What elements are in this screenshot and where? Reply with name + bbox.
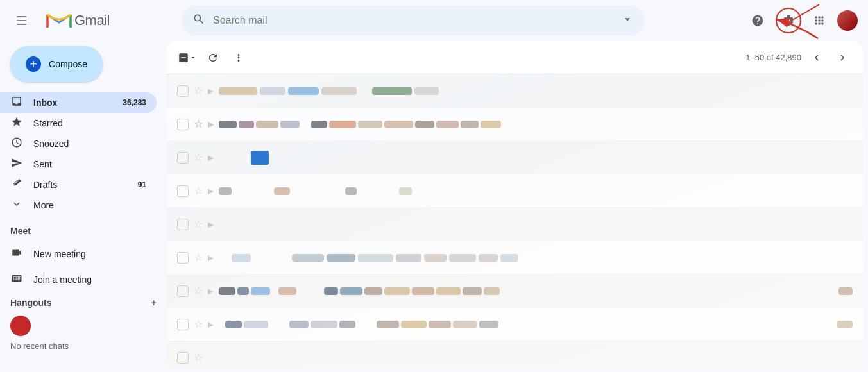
- compose-plus-icon: +: [26, 56, 41, 72]
- row-checkbox[interactable]: [177, 252, 189, 264]
- row-checkbox[interactable]: [177, 185, 189, 197]
- row-checkbox[interactable]: [177, 285, 189, 297]
- more-options-button[interactable]: [228, 47, 249, 68]
- inbox-label: Inbox: [33, 97, 112, 108]
- compose-label: Compose: [49, 59, 87, 69]
- row-checkbox[interactable]: [177, 319, 189, 330]
- table-row[interactable]: ☆ ▶: [167, 174, 863, 208]
- sidebar-item-drafts[interactable]: Drafts 91: [0, 174, 157, 195]
- help-button[interactable]: [745, 8, 770, 33]
- next-page-button[interactable]: [832, 47, 853, 68]
- search-input[interactable]: [213, 15, 613, 26]
- video-icon: [10, 247, 23, 262]
- sidebar-item-join-meeting[interactable]: Join a meeting: [0, 267, 167, 292]
- no-recent-chats: No recent chats: [0, 339, 167, 353]
- important-icon: ▶: [208, 220, 214, 229]
- header: Gmail: [0, 0, 868, 41]
- menu-button[interactable]: [10, 8, 36, 33]
- starred-label: Starred: [33, 118, 146, 128]
- table-row[interactable]: ☆: [167, 341, 863, 367]
- meet-section-header: Meet: [0, 221, 167, 241]
- table-row[interactable]: ☆ ▶: [167, 241, 863, 275]
- header-right: [745, 8, 858, 33]
- important-icon: ▶: [208, 253, 214, 262]
- table-row[interactable]: ☆ ▶: [167, 275, 863, 308]
- email-list: ☆ ▶ ☆ ▶: [167, 74, 863, 367]
- refresh-button[interactable]: [203, 47, 223, 68]
- sidebar-item-sent[interactable]: Sent: [0, 154, 157, 174]
- gmail-logo: Gmail: [46, 11, 110, 30]
- more-label: More: [33, 200, 146, 210]
- starred-icon: [10, 116, 23, 131]
- sent-icon: [10, 157, 23, 172]
- pagination-text: 1–50 of 42,890: [745, 53, 801, 62]
- hangouts-avatar: [10, 316, 31, 336]
- star-icon[interactable]: ☆: [194, 218, 203, 230]
- more-chevron-icon: [10, 198, 23, 213]
- email-toolbar: 1–50 of 42,890: [167, 41, 863, 74]
- important-icon: ▶: [208, 153, 214, 162]
- apps-button[interactable]: [806, 8, 832, 33]
- inbox-badge: 36,283: [123, 98, 146, 107]
- row-checkbox[interactable]: [177, 85, 189, 97]
- snoozed-icon: [10, 137, 23, 151]
- sidebar-item-starred[interactable]: Starred: [0, 113, 157, 133]
- drafts-icon: [10, 178, 23, 192]
- pagination: 1–50 of 42,890: [745, 47, 853, 68]
- star-icon[interactable]: ☆: [194, 251, 203, 264]
- add-hangout-button[interactable]: +: [151, 298, 157, 308]
- star-icon[interactable]: ☆: [194, 285, 203, 297]
- row-checkbox[interactable]: [177, 352, 189, 364]
- gmail-label: Gmail: [74, 12, 110, 29]
- sent-label: Sent: [33, 159, 146, 169]
- row-checkbox[interactable]: [177, 219, 189, 230]
- settings-button[interactable]: [776, 8, 801, 33]
- important-icon: ▶: [208, 120, 214, 129]
- row-checkbox[interactable]: [177, 152, 189, 164]
- table-row[interactable]: ☆ ▶: [167, 208, 863, 241]
- svg-rect-1: [17, 20, 26, 21]
- star-icon[interactable]: ☆: [194, 351, 203, 364]
- star-icon[interactable]: ☆: [194, 151, 203, 164]
- svg-rect-0: [17, 16, 26, 17]
- important-icon: ▶: [208, 187, 214, 196]
- star-icon[interactable]: ☆: [194, 185, 203, 197]
- new-meeting-label: New meeting: [33, 249, 157, 259]
- sidebar-item-inbox[interactable]: Inbox 36,283: [0, 92, 157, 113]
- hangouts-section-header: Hangouts +: [0, 292, 167, 313]
- keyboard-icon: [10, 273, 23, 287]
- table-row[interactable]: ☆ ▶: [167, 308, 863, 341]
- search-icon: [192, 13, 205, 28]
- table-row[interactable]: ☆ ▶: [167, 141, 863, 174]
- inbox-icon: [10, 96, 23, 110]
- snoozed-label: Snoozed: [33, 139, 146, 149]
- account-avatar[interactable]: [837, 10, 858, 31]
- main-layout: + Compose Inbox 36,283 Starred Snoozed: [0, 41, 868, 372]
- star-icon[interactable]: ☆: [194, 118, 203, 130]
- star-icon[interactable]: ☆: [194, 85, 203, 97]
- prev-page-button[interactable]: [806, 47, 827, 68]
- sidebar-item-snoozed[interactable]: Snoozed: [0, 133, 157, 154]
- svg-rect-2: [17, 24, 26, 25]
- table-row[interactable]: ☆ ▶: [167, 74, 863, 108]
- drafts-badge: 91: [138, 180, 146, 189]
- header-left: Gmail: [10, 8, 177, 33]
- important-icon: ▶: [208, 87, 214, 96]
- search-dropdown-button[interactable]: [621, 13, 634, 28]
- select-all-button[interactable]: [177, 47, 198, 68]
- sidebar: + Compose Inbox 36,283 Starred Snoozed: [0, 41, 167, 372]
- email-area: 1–50 of 42,890 ☆ ▶: [167, 41, 863, 367]
- join-meeting-label: Join a meeting: [33, 275, 157, 285]
- sidebar-item-new-meeting[interactable]: New meeting: [0, 241, 167, 267]
- search-bar[interactable]: [182, 6, 644, 35]
- drafts-label: Drafts: [33, 180, 128, 190]
- row-checkbox[interactable]: [177, 119, 189, 130]
- compose-button[interactable]: + Compose: [10, 46, 103, 82]
- hangouts-label: Hangouts: [10, 298, 52, 308]
- table-row[interactable]: ☆ ▶: [167, 108, 863, 141]
- important-icon: ▶: [208, 320, 214, 329]
- star-icon[interactable]: ☆: [194, 318, 203, 330]
- sidebar-item-more[interactable]: More: [0, 195, 157, 216]
- important-icon: ▶: [208, 287, 214, 296]
